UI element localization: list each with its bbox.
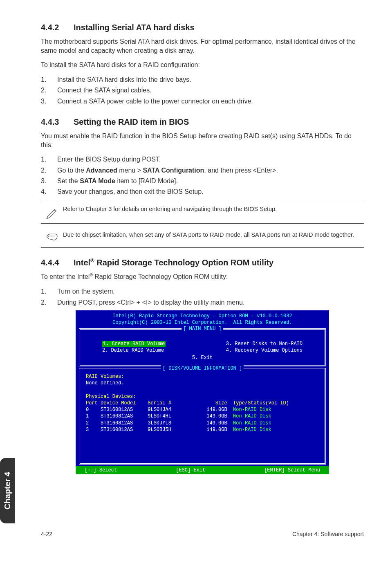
heading-num: 4.4.4 xyxy=(41,258,74,267)
steps-444: 1.Turn on the system. 2.During POST, pre… xyxy=(41,287,364,307)
frame-title: [ DISK/VOLUME INFORMATION ] xyxy=(161,365,244,372)
page-number: 4-22 xyxy=(41,531,52,537)
menu-item-recovery[interactable]: 4. Recovery Volume Options xyxy=(226,348,303,353)
step-444-2: 2.During POST, press <Ctrl> + <I> to dis… xyxy=(41,298,364,307)
footer-enter: [ENTER]-Select Menu xyxy=(264,467,320,474)
chapter-label: Chapter 4: Software support xyxy=(292,531,364,537)
note-text: Refer to Chapter 3 for details on enteri… xyxy=(63,205,364,213)
step-444-1: 1.Turn on the system. xyxy=(41,287,364,296)
heading-num: 4.4.3 xyxy=(41,117,74,127)
step-442-3: 3.Connect a SATA power cable to the powe… xyxy=(41,97,364,106)
pencil-icon xyxy=(41,205,63,219)
step-442-1: 1.Install the SATA hard disks into the d… xyxy=(41,75,364,84)
menu-item-reset[interactable]: 3. Reset Disks to Non-RAID xyxy=(226,341,303,347)
para-442-2: To install the SATA hard disks for a RAI… xyxy=(41,61,364,70)
heading-title: Intel® Rapid Storage Technology Option R… xyxy=(74,258,273,267)
chapter-tab: Chapter 4 xyxy=(0,458,15,523)
menu-item-create[interactable]: 1. Create RAID Volume xyxy=(102,341,166,347)
heading-num: 4.4.2 xyxy=(41,23,74,32)
note-info: Refer to Chapter 3 for details on enteri… xyxy=(41,201,364,224)
menu-item-exit[interactable]: 5. Exit xyxy=(192,355,213,361)
bios-header: Intel(R) Rapid Storage Technology - Opti… xyxy=(76,310,329,327)
page-footer: 4-22 Chapter 4: Software support xyxy=(41,531,364,537)
step-443-4: 4.Save your changes, and then exit the B… xyxy=(41,187,364,196)
bios-footer: [↑↓]-Select [ESC]-Exit [ENTER]-Select Me… xyxy=(76,466,329,474)
step-443-2: 2.Go to the Advanced menu > SATA Configu… xyxy=(41,166,364,175)
disk-table: RAID Volumes: None defined. Physical Dev… xyxy=(86,373,319,433)
steps-443: 1.Enter the BIOS Setup during POST. 2.Go… xyxy=(41,155,364,197)
heading-443: 4.4.3Setting the RAID item in BIOS xyxy=(41,117,364,127)
step-443-1: 1.Enter the BIOS Setup during POST. xyxy=(41,155,364,164)
heading-title: Setting the RAID item in BIOS xyxy=(74,117,189,126)
para-442-1: The motherboard supports Serial ATA hard… xyxy=(41,37,364,55)
bios-screenshot: Intel(R) Rapid Storage Technology - Opti… xyxy=(76,310,329,474)
para-443-1: You must enable the RAID function in the… xyxy=(41,132,364,149)
step-443-3: 3.Set the SATA Mode item to [RAID Mode]. xyxy=(41,177,364,186)
frame-title: [ MAIN MENU ] xyxy=(182,325,223,332)
steps-442: 1.Install the SATA hard disks into the d… xyxy=(41,75,364,106)
footer-exit: [ESC]-Exit xyxy=(176,467,205,474)
paperclip-icon xyxy=(41,231,63,243)
para-444-1: To enter the Intel® Rapid Storage Techno… xyxy=(41,272,364,281)
heading-444: 4.4.4Intel® Rapid Storage Technology Opt… xyxy=(41,258,364,268)
heading-title: Installing Serial ATA hard disks xyxy=(74,23,195,32)
bios-disk-info: [ DISK/VOLUME INFORMATION ] RAID Volumes… xyxy=(79,368,326,465)
footer-select: [↑↓]-Select xyxy=(85,467,117,474)
step-442-2: 2.Connect the SATA signal cables. xyxy=(41,86,364,95)
bios-main-menu: [ MAIN MENU ] 1. Create RAID Volume 2. D… xyxy=(79,328,326,366)
menu-item-delete[interactable]: 2. Delete RAID Volume xyxy=(102,348,164,353)
note-caution: Due to chipset limitation, when set any … xyxy=(41,227,364,248)
note-text: Due to chipset limitation, when set any … xyxy=(63,231,364,239)
heading-442: 4.4.2Installing Serial ATA hard disks xyxy=(41,23,364,32)
